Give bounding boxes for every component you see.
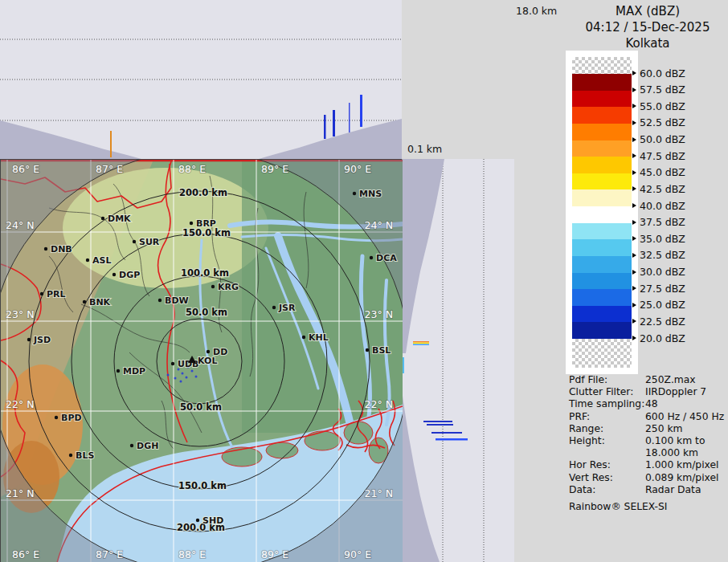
metadata-value: 1.000 km/pixel [645,459,718,471]
station-label: ASL [92,255,111,266]
legend-level-label: 30.0 dBZ [632,267,685,278]
metadata-row: Range:250 km [569,423,728,435]
station-dot [112,273,116,276]
legend-level-label: 35.0 dBZ [632,233,685,244]
echo-pixel [195,376,198,378]
level-tick-icon [632,153,636,158]
profile-min-height-label: 0.1 km [407,143,442,155]
station-dot [101,217,104,220]
legend-level-label: 37.5 dBZ [632,217,685,228]
range-ring-label: 100.0 km [181,267,229,279]
metadata-value: 0.089 km/pixel [645,472,718,484]
echo-mark [413,344,429,345]
station-dot [40,292,43,295]
echo-mark [436,438,468,441]
profile-max-height-label: 18.0 km [516,5,557,17]
legend-color-band [572,206,632,223]
map-canvas: 200.0 km150.0 km100.0 km50.0 km50.0 km15… [1,160,403,562]
software-brand: Rainbow® SELEX-SI [569,501,728,513]
legend-level-label: 60.0 dBZ [632,67,685,79]
station-dot [158,299,162,302]
station-label: BNK [89,297,111,307]
longitude-label: 89° E [261,548,288,560]
legend-level-label: 22.5 dBZ [632,316,685,327]
legend-color-band [572,107,632,124]
level-tick-icon [632,236,636,241]
echo-mark [349,103,350,132]
level-tick-icon [632,336,636,340]
range-shadow-wedge [0,120,141,159]
metadata-value: 250Z.max [645,374,696,386]
metadata-row: Vert Res:0.089 km/pixel [569,472,728,484]
station-dot [190,222,193,225]
echo-mark [413,343,429,344]
echo-pixel [180,381,182,383]
legend-level-label: 20.0 dBZ [632,332,685,344]
station-dot [207,350,210,353]
station-label: BSL [372,345,391,356]
latitude-label: 21° N [365,487,393,499]
legend-color-band [572,239,632,256]
echo-pixel [191,370,194,373]
legend-level-label: 52.5 dBZ [632,117,685,128]
metadata-value: IIRDoppler 7 [645,386,706,398]
station-dot [302,336,305,339]
latitude-label: 23° N [6,308,34,320]
longitude-label: 87° E [96,548,123,560]
metadata-row: Clutter Filter:IIRDoppler 7 [569,386,728,398]
metadata-row: Data:Radar Data [569,484,728,496]
station-dot [117,369,120,373]
station-dot [133,240,136,243]
station-label: JSR [278,303,296,313]
legend-color-band [572,322,632,339]
product-metadata: Pdf File:250Z.maxClutter Filter:IIRDoppl… [569,374,728,513]
top-profile-canvas [0,0,402,159]
range-shadow-wedge [259,119,402,159]
level-tick-icon [632,71,636,75]
station-label: BRP [196,218,216,229]
level-tick-icon [632,270,636,275]
metadata-row: Pdf File:250Z.max [569,374,728,386]
echo-mark [431,432,462,434]
station-dot [171,362,174,365]
latitude-label: 23° N [365,308,393,320]
station-label: BPD [61,413,82,423]
latitude-label: 22° N [6,398,34,410]
echo-mark [333,110,335,136]
legend-level-label: 32.5 dBZ [632,250,685,261]
echo-pixel [182,373,184,375]
legend-color-band [572,124,632,140]
station-label: DMK [108,214,131,224]
metadata-row: PRF:600 Hz / 450 Hz [569,411,728,423]
legend-color-band [572,339,632,368]
side-profile-canvas [403,159,515,562]
echo-mark [423,421,452,422]
station-label: BDW [165,295,189,306]
station-label: DNB [51,244,72,255]
side-height-profile-panel [402,159,514,562]
station-dot [55,416,58,419]
radar-map-display[interactable]: 200.0 km150.0 km100.0 km50.0 km50.0 km15… [0,159,402,562]
reflectivity-color-scale [566,51,638,374]
metadata-row: Hor Res:1.000 km/pixel [569,459,728,471]
echo-mark [413,341,429,343]
echo-pixel [167,374,170,377]
longitude-label: 86° E [12,548,39,560]
metadata-label: Range: [569,423,645,435]
legend-level-label: 45.0 dBZ [632,167,685,178]
echo-mark [324,115,326,139]
metadata-value: 250 km [645,423,682,435]
station-label: UDB [178,359,198,369]
range-ring-label: 150.0 km [182,227,231,238]
metadata-label: Vert Res: [569,472,645,484]
echo-mark [110,131,112,157]
station-dot [130,444,133,447]
level-tick-icon [632,253,636,258]
longitude-label: 88° E [178,163,206,175]
legend-level-label: 27.5 dBZ [632,283,685,294]
legend-color-band [572,273,632,290]
station-label: DGH [137,441,158,451]
level-tick-icon [632,137,636,142]
metadata-row: Time sampling:48 [569,398,728,410]
level-tick-icon [632,88,636,92]
